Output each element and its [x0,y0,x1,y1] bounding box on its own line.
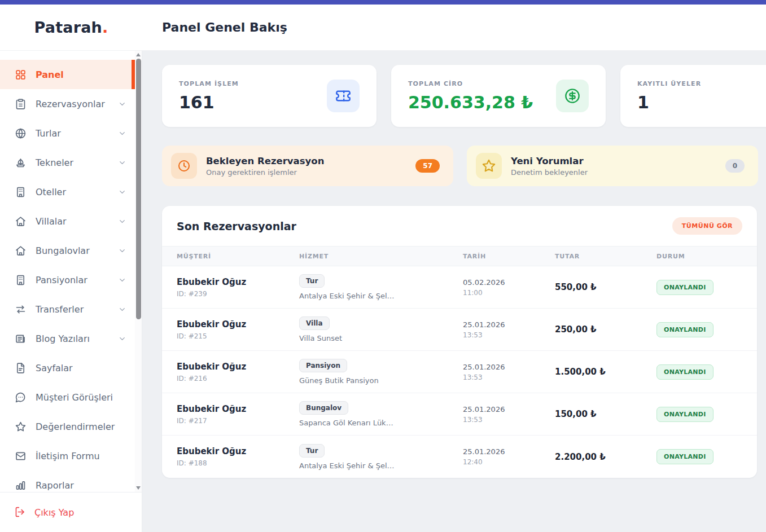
sidebar-item-raporlar[interactable]: Raporlar [0,471,135,492]
chevron-down-icon [118,305,126,314]
banner-title: Bekleyen Rezervasyon [206,156,324,166]
amount: 2.200,00 ₺ [555,452,656,462]
newspaper-icon [14,332,27,345]
stat-value: 1 [637,93,701,112]
scrollbar-up-arrow-icon[interactable] [135,51,142,59]
recent-reservations-card: Son Rezervasyonlar TÜMÜNÜ GÖR MÜŞTERİ Hİ… [162,206,757,478]
sidebar-nav: Panel Rezervasyonlar Turlar Tekneler Ote… [0,60,135,492]
table-row: Ebubekir Oğuz ID: #239 Tur Antalya Eski … [162,266,757,309]
sidebar-item-musteri-gorusleri[interactable]: Müşteri Görüşleri [0,382,135,412]
ticket-icon [327,80,360,112]
clipboard-icon [14,98,27,110]
chart-icon [14,479,27,491]
sidebar-item-rezervasyonlar[interactable]: Rezervasyonlar [0,89,135,118]
status-badge: ONAYLANDI [656,280,714,295]
star-icon [14,420,27,433]
amount: 150,00 ₺ [555,409,656,419]
logout-button[interactable]: Çıkış Yap [0,506,74,518]
stat-label: KAYITLI ÜYELER [637,80,701,87]
col-musteri: MÜŞTERİ [177,253,299,260]
stat-label: TOPLAM CİRO [408,80,533,87]
sidebar-item-sayfalar[interactable]: Sayfalar [0,353,135,382]
building-icon [14,274,27,286]
banner-title: Yeni Yorumlar [511,156,588,166]
table-row: Ebubekir Oğuz ID: #216 Pansiyon Güneş Bu… [162,351,757,393]
reservation-date: 25.01.2026 [463,363,555,371]
service-type-tag: Tur [299,274,325,288]
reservation-time: 12:40 [463,458,555,466]
sidebar-item-degerlendirmeler[interactable]: Değerlendirmeler [0,412,135,441]
reservation-time: 13:53 [463,331,555,339]
star-icon [476,153,502,179]
home-icon [14,215,27,227]
reservation-id: ID: #215 [177,332,299,340]
table-body: Ebubekir Oğuz ID: #239 Tur Antalya Eski … [162,266,757,478]
chevron-down-icon [118,159,126,167]
service-type-tag: Pansiyon [299,359,347,372]
view-all-button[interactable]: TÜMÜNÜ GÖR [672,217,742,235]
sidebar-item-oteller[interactable]: Oteller [0,177,135,206]
col-tarih: TARİH [463,253,555,260]
home-icon [14,244,27,257]
notification-banners: Bekleyen Rezervasyon Onay gerektiren işl… [162,146,766,186]
customer-name: Ebubekir Oğuz [177,362,299,372]
stat-card-kayitli-uyeler: KAYITLI ÜYELER 1 [620,65,766,127]
new-comments-banner[interactable]: Yeni Yorumlar Denetim bekleyenler 0 [467,146,758,186]
dashboard-icon [14,68,27,81]
pending-reservations-banner[interactable]: Bekleyen Rezervasyon Onay gerektiren işl… [162,146,453,186]
reservation-id: ID: #216 [177,375,299,382]
service-type-tag: Bungalov [299,401,348,415]
reservation-date: 25.01.2026 [463,447,555,456]
sidebar-item-i-letisim-formu[interactable]: İletişim Formu [0,441,135,471]
main-content: TOPLAM İŞLEM 161 TOPLAM CİRO 250.633,28 … [142,51,766,532]
sidebar-scrollbar[interactable] [135,51,142,492]
chat-icon [14,391,27,403]
table-row: Ebubekir Oğuz ID: #188 Tur Antalya Eski … [162,436,757,478]
customer-name: Ebubekir Oğuz [177,446,299,456]
scrollbar-down-arrow-icon[interactable] [135,484,142,492]
table-header-row: MÜŞTERİ HİZMET TARİH TUTAR DURUM [162,246,757,266]
mail-icon [14,450,27,462]
service-type-tag: Tur [299,444,325,458]
reservation-time: 13:53 [463,416,555,424]
reservation-id: ID: #239 [177,290,299,298]
boat-icon [14,156,27,169]
service-type-tag: Villa [299,316,330,330]
col-durum: DURUM [656,253,742,260]
building-icon [14,186,27,198]
reservation-date: 05.02.2026 [463,278,555,287]
reservation-time: 13:53 [463,373,555,381]
scrollbar-thumb[interactable] [136,59,141,319]
sidebar-item-bungalovlar[interactable]: Bungalovlar [0,236,135,265]
sidebar-item-blog-yazilari[interactable]: Blog Yazıları [0,324,135,353]
pending-count-badge: 57 [415,159,440,173]
app-header: Patarah. Panel Genel Bakış [0,5,766,51]
logout-icon [14,506,27,518]
status-badge: ONAYLANDI [656,407,714,422]
chevron-down-icon [118,129,126,138]
sidebar-footer: Çıkış Yap [0,492,142,532]
status-badge: ONAYLANDI [656,364,714,380]
service-name: Sapanca Göl Kenarı Lük… [299,419,463,427]
col-tutar: TUTAR [555,253,656,260]
chevron-down-icon [118,335,126,343]
status-badge: ONAYLANDI [656,322,714,337]
amount: 550,00 ₺ [555,282,656,292]
reservation-time: 11:00 [463,289,555,297]
dollar-icon [556,80,589,112]
page-title: Panel Genel Bakış [162,20,287,34]
brand-logo[interactable]: Patarah. [0,19,142,36]
sidebar-item-pansiyonlar[interactable]: Pansiyonlar [0,265,135,294]
sidebar-item-transferler[interactable]: Transferler [0,294,135,324]
service-name: Güneş Butik Pansiyon [299,376,463,385]
sidebar: Panel Rezervasyonlar Turlar Tekneler Ote… [0,51,142,532]
sidebar-item-turlar[interactable]: Turlar [0,118,135,148]
chevron-down-icon [118,247,126,255]
sidebar-item-villalar[interactable]: Villalar [0,206,135,236]
chevron-down-icon [118,188,126,196]
brand-name: Patarah [34,19,102,36]
banner-subtitle: Denetim bekleyenler [511,168,588,177]
sidebar-item-panel[interactable]: Panel [0,60,135,89]
table-row: Ebubekir Oğuz ID: #217 Bungalov Sapanca … [162,393,757,436]
sidebar-item-tekneler[interactable]: Tekneler [0,148,135,177]
